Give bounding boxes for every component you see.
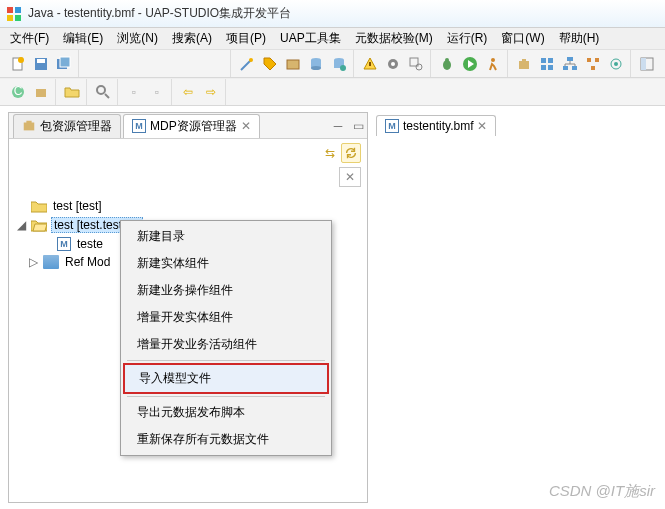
save-all-button[interactable]: [53, 53, 75, 75]
debug-button[interactable]: [436, 53, 458, 75]
database-sync-icon: [331, 56, 347, 72]
db2-button[interactable]: [328, 53, 350, 75]
tree-item-test[interactable]: test [test]: [13, 197, 363, 215]
run-ext-button[interactable]: [482, 53, 504, 75]
save-all-icon: [56, 56, 72, 72]
gear-button[interactable]: [382, 53, 404, 75]
expand-icon[interactable]: ◢: [15, 218, 27, 232]
editor-tab-label: testentity.bmf: [403, 119, 473, 133]
svg-point-40: [614, 62, 618, 66]
svg-rect-47: [24, 123, 35, 131]
menubar: 文件(F) 编辑(E) 浏览(N) 搜索(A) 项目(P) UAP工具集 元数据…: [0, 28, 665, 50]
field-button[interactable]: [605, 53, 627, 75]
tag-button[interactable]: [259, 53, 281, 75]
inspect-icon: [408, 56, 424, 72]
struct-icon: [585, 56, 601, 72]
menu-run[interactable]: 运行(R): [441, 28, 494, 49]
menu-file[interactable]: 文件(F): [4, 28, 55, 49]
view-tabs: 包资源管理器 M MDP资源管理器 ✕ ─ ▭: [9, 113, 367, 139]
svg-rect-38: [591, 66, 595, 70]
menu-project[interactable]: 项目(P): [220, 28, 272, 49]
search2-button[interactable]: [92, 81, 114, 103]
struct-button[interactable]: [582, 53, 604, 75]
menu-window[interactable]: 窗口(W): [495, 28, 550, 49]
maximize-view-button[interactable]: ▭: [349, 117, 367, 135]
mdp-icon: M: [132, 119, 146, 133]
folder-icon: [31, 199, 47, 213]
menu-new-entity[interactable]: 新建实体组件: [123, 250, 329, 277]
close-tab-icon[interactable]: ✕: [241, 119, 251, 133]
tab-mdp-explorer[interactable]: M MDP资源管理器 ✕: [123, 114, 260, 138]
folder-open-icon: [31, 218, 47, 232]
svg-rect-42: [641, 58, 646, 70]
toggle-icon: ▫: [132, 85, 136, 99]
menu-new-dir[interactable]: 新建目录: [123, 223, 329, 250]
menu-inc-entity[interactable]: 增量开发实体组件: [123, 304, 329, 331]
box-button[interactable]: [282, 53, 304, 75]
toggle-b-button[interactable]: ▫: [146, 81, 168, 103]
menu-import-model[interactable]: 导入模型文件: [123, 363, 329, 394]
svg-point-5: [18, 57, 24, 63]
db-button[interactable]: [305, 53, 327, 75]
warn-button[interactable]: [359, 53, 381, 75]
package-explorer-icon: [22, 119, 36, 133]
menu-inc-bizact[interactable]: 增量开发业务活动组件: [123, 331, 329, 358]
menu-edit[interactable]: 编辑(E): [57, 28, 109, 49]
new-button[interactable]: [7, 53, 29, 75]
menu-export-md[interactable]: 导出元数据发布脚本: [123, 399, 329, 426]
reference-icon: [43, 255, 59, 269]
nav-back-button[interactable]: ⇦: [177, 81, 199, 103]
folder-open-icon: [64, 84, 80, 100]
save-button[interactable]: [30, 53, 52, 75]
toggle-a-button[interactable]: ▫: [123, 81, 145, 103]
toggle-icon: ▫: [155, 85, 159, 99]
new-package-icon: [33, 84, 49, 100]
refresh-icon: [344, 146, 358, 160]
menu-browse[interactable]: 浏览(N): [111, 28, 164, 49]
svg-rect-2: [7, 15, 13, 21]
svg-point-10: [249, 58, 253, 62]
view-close-button[interactable]: ✕: [339, 167, 361, 187]
svg-rect-18: [369, 62, 371, 66]
menu-new-bizop[interactable]: 新建业务操作组件: [123, 277, 329, 304]
toolbar-secondary: C ▫ ▫ ⇦ ⇨: [0, 78, 665, 106]
close-tab-icon[interactable]: ✕: [477, 119, 487, 133]
new-pkg-button[interactable]: [30, 81, 52, 103]
menu-resave[interactable]: 重新保存所有元数据文件: [123, 426, 329, 453]
minimize-view-button[interactable]: ─: [329, 117, 347, 135]
app-logo-icon: [6, 6, 22, 22]
svg-point-46: [97, 86, 105, 94]
expand-icon[interactable]: ▷: [27, 255, 39, 269]
wand-button[interactable]: [236, 53, 258, 75]
diag-button[interactable]: [559, 53, 581, 75]
run-person-icon: [485, 56, 501, 72]
diagram-icon: [562, 56, 578, 72]
run-button[interactable]: [459, 53, 481, 75]
svg-rect-33: [567, 57, 573, 61]
editor-tabs: M testentity.bmf ✕: [372, 112, 665, 138]
nav-fwd-button[interactable]: ⇨: [200, 81, 222, 103]
open-type-button[interactable]: [61, 81, 83, 103]
toolbar-primary: [0, 50, 665, 78]
svg-rect-28: [522, 59, 526, 63]
link-editor-icon[interactable]: ⇆: [325, 146, 335, 160]
window-title: Java - testentity.bmf - UAP-STUDIO集成开发平台: [28, 5, 291, 22]
svg-rect-37: [595, 58, 599, 62]
menu-separator: [127, 360, 325, 361]
new-class-button[interactable]: C: [7, 81, 29, 103]
tab-pkg-explorer[interactable]: 包资源管理器: [13, 114, 121, 138]
menu-metadata[interactable]: 元数据校验(M): [349, 28, 439, 49]
tree-label: Ref Mod: [63, 255, 112, 269]
inspect-button[interactable]: [405, 53, 427, 75]
view-close-row: ✕: [9, 167, 367, 191]
grid-button[interactable]: [536, 53, 558, 75]
menu-search[interactable]: 搜索(A): [166, 28, 218, 49]
editor-tab[interactable]: M testentity.bmf ✕: [376, 115, 496, 136]
menu-uaptools[interactable]: UAP工具集: [274, 28, 347, 49]
svg-rect-11: [287, 60, 299, 69]
menu-help[interactable]: 帮助(H): [553, 28, 606, 49]
refresh-button[interactable]: [341, 143, 361, 163]
persp-button[interactable]: [636, 53, 658, 75]
svg-rect-36: [587, 58, 591, 62]
pkg-button[interactable]: [513, 53, 535, 75]
